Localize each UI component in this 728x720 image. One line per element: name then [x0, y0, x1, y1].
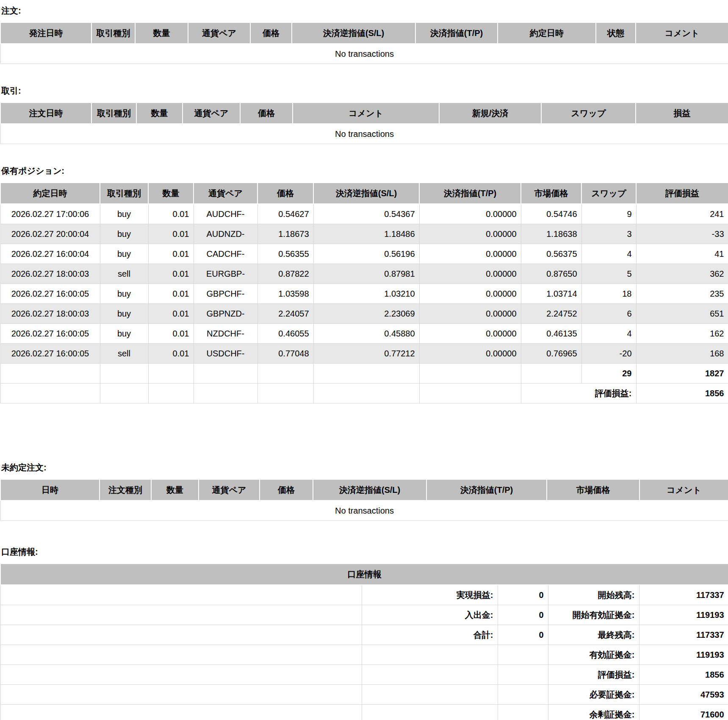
- position-cell: 0.00000: [419, 244, 521, 264]
- column-header: 決済指値(T/P): [415, 22, 498, 44]
- totals-empty-cell: [0, 364, 100, 384]
- position-cell: 0.00000: [419, 204, 521, 224]
- account-value: 0: [498, 585, 548, 605]
- account-value: 117337: [639, 625, 728, 645]
- position-cell: 168: [636, 344, 728, 364]
- column-header: 状態: [596, 22, 636, 44]
- position-cell: 2.23069: [313, 304, 419, 324]
- floating-empty-cell: [194, 384, 257, 403]
- position-cell: 0.56375: [521, 244, 581, 264]
- position-cell: 0.00000: [419, 344, 521, 364]
- floating-empty-cell: [419, 384, 521, 403]
- account-value: 1856: [639, 665, 728, 685]
- position-cell: 0.45880: [313, 324, 419, 344]
- position-cell: 0.01: [148, 324, 194, 344]
- position-cell: 2026.02.27 16:00:04: [0, 244, 100, 264]
- position-cell: sell: [100, 344, 148, 364]
- account-label: 開始残高:: [548, 585, 639, 605]
- orders-table: 発注日時取引種別数量通貨ペア価格決済逆指値(S/L)決済指値(T/P)約定日時状…: [0, 22, 728, 64]
- position-row: 2026.02.27 16:00:05sell0.01USDCHF-0.7704…: [0, 344, 728, 364]
- column-header: 約定日時: [498, 22, 596, 44]
- column-header: 発注日時: [0, 22, 91, 44]
- position-cell: buy: [100, 224, 148, 244]
- position-cell: 2026.02.27 18:00:03: [0, 264, 100, 284]
- position-cell: 0.00000: [419, 284, 521, 304]
- column-header: 数量: [148, 183, 194, 204]
- position-cell: 2026.02.27 16:00:05: [0, 284, 100, 304]
- account-title: 口座情報: [0, 564, 728, 585]
- column-header: 注文日時: [0, 103, 91, 124]
- position-cell: 0.87650: [521, 264, 581, 284]
- position-cell: 9: [581, 204, 636, 224]
- header-row: 発注日時取引種別数量通貨ペア価格決済逆指値(S/L)決済指値(T/P)約定日時状…: [0, 22, 728, 44]
- account-label: 開始有効証拠金:: [548, 605, 639, 625]
- account-value: [498, 665, 548, 685]
- position-cell: 5: [581, 264, 636, 284]
- column-header: 市場価格: [547, 479, 639, 500]
- empty-row: No transactions: [0, 44, 728, 64]
- header-row: 日時注文種別数量通貨ペア価格決済逆指値(S/L)決済指値(T/P)市場価格コメン…: [0, 479, 728, 500]
- column-header: 約定日時: [0, 183, 100, 204]
- position-cell: 4: [581, 244, 636, 264]
- deals-heading: 取引:: [0, 86, 728, 96]
- position-cell: 2.24752: [521, 304, 581, 324]
- position-cell: buy: [100, 204, 148, 224]
- totals-swap: 29: [581, 364, 636, 384]
- column-header: 数量: [135, 22, 188, 44]
- account-info-table: 口座情報実現損益:0開始残高:117337入出金:0開始有効証拠金:119193…: [0, 563, 728, 720]
- column-header: スワップ: [541, 103, 636, 124]
- account-label: [362, 705, 498, 720]
- floating-empty-cell: [148, 384, 194, 403]
- column-header: 日時: [0, 479, 100, 500]
- account-spacer-cell: [0, 585, 362, 605]
- position-row: 2026.02.27 18:00:03buy0.01GBPNZD-2.24057…: [0, 304, 728, 324]
- totals-empty-cell: [521, 364, 581, 384]
- position-cell: 3: [581, 224, 636, 244]
- column-header: 価格: [257, 183, 313, 204]
- account-value: 119193: [639, 645, 728, 665]
- column-header: コメント: [293, 103, 439, 124]
- account-value: [498, 705, 548, 720]
- account-row: 実現損益:0開始残高:117337: [0, 585, 728, 605]
- positions-table: 約定日時取引種別数量通貨ペア価格決済逆指値(S/L)決済指値(T/P)市場価格ス…: [0, 182, 728, 403]
- account-label: 最終残高:: [548, 625, 639, 645]
- account-spacer-cell: [0, 705, 362, 720]
- position-row: 2026.02.27 18:00:03sell0.01EURGBP-0.8782…: [0, 264, 728, 284]
- column-header: 決済指値(T/P): [419, 183, 521, 204]
- position-cell: 0.77212: [313, 344, 419, 364]
- section-positions: 保有ポジション: 約定日時取引種別数量通貨ペア価格決済逆指値(S/L)決済指値(…: [0, 166, 728, 403]
- position-cell: 2026.02.27 16:00:05: [0, 344, 100, 364]
- orders-heading: 注文:: [0, 6, 728, 16]
- empty-row: No transactions: [0, 500, 728, 521]
- column-header: 通貨ペア: [194, 183, 257, 204]
- position-cell: 0.87981: [313, 264, 419, 284]
- position-cell: CADCHF-: [194, 244, 257, 264]
- position-cell: 0.87822: [257, 264, 313, 284]
- section-deals: 取引: 注文日時取引種別数量通貨ペア価格コメント新規/決済スワップ損益No tr…: [0, 86, 728, 144]
- account-label: [362, 665, 498, 685]
- position-cell: 0.56355: [257, 244, 313, 264]
- account-row: 評価損益:1856: [0, 665, 728, 685]
- floating-profit-label: 評価損益:: [521, 384, 636, 403]
- position-cell: 2026.02.27 18:00:03: [0, 304, 100, 324]
- column-header: 数量: [136, 103, 183, 124]
- no-transactions-message: No transactions: [0, 124, 728, 144]
- position-cell: USDCHF-: [194, 344, 257, 364]
- floating-empty-cell: [313, 384, 419, 403]
- position-cell: 0.00000: [419, 324, 521, 344]
- totals-empty-cell: [257, 364, 313, 384]
- column-header: 新規/決済: [439, 103, 541, 124]
- account-label: 実現損益:: [362, 585, 498, 605]
- position-cell: 0.54746: [521, 204, 581, 224]
- totals-empty-cell: [419, 364, 521, 384]
- position-cell: AUDNZD-: [194, 224, 257, 244]
- position-cell: 2026.02.27 16:00:05: [0, 324, 100, 344]
- account-spacer-cell: [0, 685, 362, 705]
- column-header: 取引種別: [91, 22, 135, 44]
- totals-profit: 1827: [636, 364, 728, 384]
- account-label: [362, 685, 498, 705]
- column-header: 決済指値(T/P): [426, 479, 547, 500]
- position-cell: buy: [100, 284, 148, 304]
- column-header: 数量: [151, 479, 199, 500]
- position-cell: 0.01: [148, 284, 194, 304]
